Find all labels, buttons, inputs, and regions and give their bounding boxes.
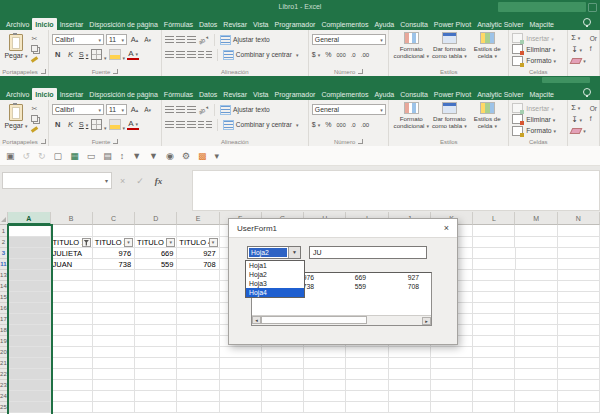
cell-H25[interactable]	[304, 402, 346, 413]
horizontal-scrollbar[interactable]: ◂ ▸	[252, 315, 431, 325]
cell-A13[interactable]	[8, 270, 51, 281]
cell-M25[interactable]	[515, 402, 557, 413]
cell-M15[interactable]	[515, 292, 557, 303]
cell-B1[interactable]	[51, 225, 93, 237]
tab-consulta[interactable]: Consulta	[397, 18, 431, 30]
italic-button[interactable]: K	[65, 49, 76, 60]
cell-E19[interactable]	[177, 336, 219, 347]
cell-D21[interactable]	[135, 358, 177, 369]
orientation-button[interactable]: ab	[197, 104, 210, 115]
confirm-entry-icon[interactable]: ✓	[136, 176, 144, 186]
tab-archivo[interactable]: Archivo	[3, 88, 32, 100]
window-icon[interactable]: ▭	[87, 147, 96, 165]
align-right-icon[interactable]	[187, 121, 196, 128]
settings-icon[interactable]: ⚙	[182, 147, 190, 165]
cell-L20[interactable]	[473, 347, 515, 358]
clear-button[interactable]	[571, 126, 586, 136]
merge-center-button[interactable]: Combinar y centrar	[223, 120, 299, 130]
cell-C19[interactable]	[93, 336, 135, 347]
cell-M22[interactable]	[515, 369, 557, 380]
cell-E16[interactable]	[177, 303, 219, 314]
dropdown-item-hoja1[interactable]: Hoja1	[246, 261, 304, 270]
cell-A18[interactable]	[8, 325, 51, 336]
col-header-N[interactable]: N	[558, 212, 600, 225]
tab-mapcite[interactable]: Mapcite	[526, 18, 557, 30]
cell-E3[interactable]: 927	[177, 248, 219, 259]
fill-color-button[interactable]	[109, 49, 126, 61]
cell-B15[interactable]	[51, 292, 93, 303]
align-top-icon[interactable]	[165, 106, 174, 113]
tab-revisar[interactable]: Revisar	[220, 18, 250, 30]
redo-icon[interactable]: ↻	[38, 147, 46, 165]
cell-E20[interactable]	[177, 347, 219, 358]
ribbon-display-options-icon[interactable]	[588, 3, 597, 12]
cancel-entry-icon[interactable]: ×	[120, 176, 125, 186]
format-as-table-button[interactable]: Dar formato como tabla	[430, 102, 468, 136]
conditional-formatting-button[interactable]: Formato condicional	[392, 102, 430, 136]
delete-cells-button[interactable]: Eliminar	[512, 114, 565, 124]
number-format-combo[interactable]: General▾	[312, 34, 386, 45]
cell-D11[interactable]: 559	[135, 259, 177, 270]
cell-F20[interactable]	[220, 347, 262, 358]
filter-dropdown-icon[interactable]: ▾	[124, 238, 133, 247]
cell-B13[interactable]	[51, 270, 93, 281]
cell-N14[interactable]	[558, 281, 600, 292]
align-bottom-icon[interactable]	[187, 106, 196, 113]
dialog-launcher-icon[interactable]	[358, 69, 363, 74]
cell-A15[interactable]	[8, 292, 51, 303]
row-header-16[interactable]: 16	[0, 303, 8, 314]
cell-M23[interactable]	[515, 380, 557, 391]
increase-indent-icon[interactable]	[206, 121, 212, 128]
cell-A2[interactable]	[8, 237, 51, 248]
cell-C25[interactable]	[93, 402, 135, 413]
merge-center-button[interactable]: Combinar y centrar	[223, 50, 299, 60]
decrease-decimal-button[interactable]: .00	[361, 122, 369, 128]
cell-F23[interactable]	[220, 380, 262, 391]
cell-I24[interactable]	[346, 391, 388, 402]
touch-mode-icon[interactable]: ▩	[198, 147, 207, 165]
cell-J25[interactable]	[389, 402, 431, 413]
dialog-launcher-icon[interactable]	[41, 139, 46, 144]
cell-H22[interactable]	[304, 369, 346, 380]
cell-F25[interactable]	[220, 402, 262, 413]
cell-A14[interactable]	[8, 281, 51, 292]
tab-fórmulas[interactable]: Fórmulas	[161, 88, 196, 100]
dropdown-item-hoja4[interactable]: Hoja4	[246, 288, 304, 297]
cell-J21[interactable]	[389, 358, 431, 369]
cell-B25[interactable]	[51, 402, 93, 413]
tab-inicio[interactable]: Inicio	[32, 18, 56, 30]
scroll-left-icon[interactable]: ◂	[252, 316, 261, 324]
tab-insertar[interactable]: Insertar	[57, 18, 87, 30]
font-color-button[interactable]: A	[127, 50, 139, 60]
cell-N11[interactable]	[558, 259, 600, 270]
tab-disposición-de-página[interactable]: Disposición de página	[86, 88, 161, 100]
cell-M24[interactable]	[515, 391, 557, 402]
cell-A21[interactable]	[8, 358, 51, 369]
insert-cells-button[interactable]: Insertar	[512, 33, 565, 43]
cell-A22[interactable]	[8, 369, 51, 380]
currency-format-button[interactable]: $	[312, 121, 320, 128]
autosum-button[interactable]: Σ	[571, 103, 586, 113]
cell-N19[interactable]	[558, 336, 600, 347]
filter-dropdown-icon[interactable]: ▾	[166, 238, 175, 247]
borders-button[interactable]	[91, 119, 107, 131]
cell-C21[interactable]	[93, 358, 135, 369]
cell-B24[interactable]	[51, 391, 93, 402]
cell-F24[interactable]	[220, 391, 262, 402]
cell-D15[interactable]	[135, 292, 177, 303]
row-header-19[interactable]: 19	[0, 336, 8, 347]
excel-grid-icon[interactable]: ▦	[70, 147, 79, 165]
cell-C11[interactable]: 738	[93, 259, 135, 270]
undo-icon[interactable]: ↺	[23, 147, 31, 165]
cell-L16[interactable]	[473, 303, 515, 314]
cell-G25[interactable]	[262, 402, 304, 413]
fill-button[interactable]: ↧	[571, 45, 586, 55]
col-header-D[interactable]: D	[135, 212, 177, 225]
sort-filter-label-cut[interactable]: Or	[590, 34, 597, 44]
cell-N13[interactable]	[558, 270, 600, 281]
cell-C14[interactable]	[93, 281, 135, 292]
tab-fórmulas[interactable]: Fórmulas	[161, 18, 196, 30]
tab-power-pivot[interactable]: Power Pivot	[431, 18, 474, 30]
format-as-table-button[interactable]: Dar formato como tabla	[430, 32, 468, 66]
cell-L1[interactable]	[473, 225, 515, 237]
